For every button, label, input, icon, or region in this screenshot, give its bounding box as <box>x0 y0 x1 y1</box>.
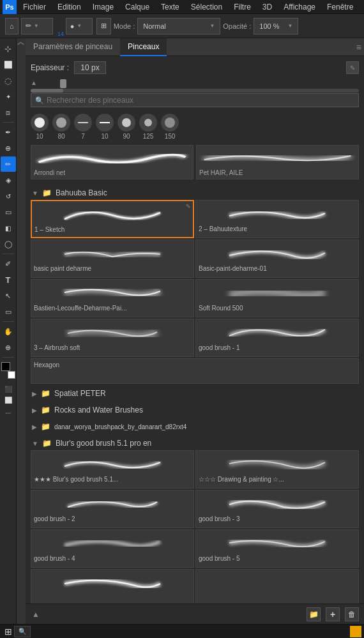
opacity-control[interactable]: 100 % ▼ <box>254 18 298 34</box>
tab-parametres[interactable]: Paramètres de pinceau <box>26 38 120 56</box>
brush-cell-good-3[interactable]: good brush - 3 <box>195 490 359 528</box>
group-header-rocks[interactable]: ▶ 📁 Rocks and Water Brushes <box>31 403 359 417</box>
group-header-danar[interactable]: ▶ 📁 danar_worya_brushpack_by_danarart_d8… <box>31 420 359 434</box>
stroke-bastien <box>34 282 191 303</box>
expand-icon-rocks: ▶ <box>32 407 37 414</box>
file-explorer-button[interactable] <box>350 626 361 637</box>
panel-content[interactable]: Epaisseur : 10 px ✎ ▲ 🔍 <box>26 56 364 604</box>
sketch-stroke-svg <box>34 204 190 224</box>
preset-2[interactable]: 80 <box>52 114 70 140</box>
tool-magic-wand[interactable]: ✦ <box>1 89 16 104</box>
brush-cell-good-1[interactable]: good brush - 1 <box>195 319 359 357</box>
tool-pen[interactable]: ✐ <box>1 256 16 271</box>
new-brush-button[interactable]: + <box>326 607 340 621</box>
color-selector[interactable] <box>1 362 16 379</box>
top-brush-1[interactable]: Arrondi net <box>31 145 193 179</box>
tool-gradient[interactable]: ◧ <box>1 220 16 236</box>
tool-text[interactable]: T <box>1 272 16 287</box>
tool-extra-1[interactable]: ⬛ <box>4 384 12 393</box>
panel-menu-button[interactable]: ≡ <box>356 42 361 52</box>
preset-5[interactable]: 90 <box>118 114 135 140</box>
tool-dodge[interactable]: ◯ <box>1 236 16 252</box>
tool-clone-stamp[interactable]: ◈ <box>1 172 16 188</box>
brush-cell-hexagon[interactable]: Hexagon <box>31 358 359 384</box>
taskbar-right <box>350 626 361 637</box>
new-folder-button[interactable]: 📁 <box>307 607 321 621</box>
scroll-up-button[interactable]: ▲ <box>31 607 41 621</box>
start-button[interactable]: ⊞ <box>3 626 14 637</box>
tool-brush[interactable]: ✏ <box>1 156 16 172</box>
brush-cell-good-4[interactable]: good brush - 4 <box>31 529 194 568</box>
tool-hand[interactable]: ✋ <box>1 324 16 339</box>
taskbar-search[interactable]: 🔍 <box>14 626 31 637</box>
menu-affichage[interactable]: Affichage <box>278 1 321 13</box>
tool-shape[interactable]: ▭ <box>1 304 16 319</box>
brush-cell-basic-paint-01[interactable]: Basic-paint-deharme-01 <box>195 239 359 278</box>
delete-brush-button[interactable]: 🗑 <box>345 607 359 621</box>
menu-filtre[interactable]: Filtre <box>229 1 256 13</box>
menu-3d[interactable]: 3D <box>257 1 277 13</box>
home-button[interactable]: ⌂ <box>5 18 19 34</box>
tool-crop[interactable]: ⧈ <box>1 105 16 120</box>
tool-eyedropper[interactable]: ✒ <box>1 125 16 140</box>
preset-7[interactable]: 150 <box>161 114 179 140</box>
menu-fenetre[interactable]: Fenêtre <box>322 1 358 13</box>
tool-dots[interactable]: ••• <box>5 407 10 416</box>
preset-stroke-7 <box>163 116 176 129</box>
menu-selection[interactable]: Sélection <box>186 1 227 13</box>
tool-extra-2[interactable]: ⬜ <box>4 395 12 404</box>
tool-zoom[interactable]: ⊕ <box>1 340 16 355</box>
foreground-color[interactable] <box>1 362 10 371</box>
blur-stars-stroke-svg <box>34 453 191 474</box>
brush-cell-good-5[interactable]: good brush - 5 <box>195 529 359 568</box>
menu-image[interactable]: Image <box>87 1 119 13</box>
brush-cell-bahuutexture[interactable]: 2 – Bahuutexture <box>195 200 359 238</box>
brush-cell-bastien[interactable]: Bastien-Lecouffe-Deharme-Pai... <box>31 279 194 317</box>
preset-1[interactable]: 10 <box>31 114 49 140</box>
stroke-good-4 <box>34 533 191 553</box>
tools-sidebar: ⊹ ⬜ ◌ ✦ ⧈ ✒ ⊕ ✏ ◈ ↺ ▭ ◧ ◯ ✐ T ↖ ▭ ✋ ⊕ ⬛ … <box>0 38 17 624</box>
search-row[interactable]: 🔍 <box>31 93 359 107</box>
tool-move[interactable]: ⊹ <box>1 41 16 56</box>
group-header-blur[interactable]: ▼ 📁 Blur's good brush 5.1 pro en <box>31 436 359 450</box>
edit-brush-button[interactable]: ✎ <box>346 61 359 74</box>
brush-cell-good-2[interactable]: good brush - 2 <box>31 490 194 528</box>
group-header-spatiat[interactable]: ▶ 📁 Spatiat PETER <box>31 386 359 400</box>
menu-edition[interactable]: Edition <box>52 1 86 13</box>
tool-eraser[interactable]: ▭ <box>1 204 16 220</box>
svg-point-0 <box>34 118 45 128</box>
menu-fichier[interactable]: Fichier <box>18 1 51 13</box>
mode-dropdown[interactable]: Normal ▼ <box>137 18 220 34</box>
thickness-value[interactable]: 10 px <box>74 61 106 74</box>
brush-size-dropdown[interactable]: ● ▼ <box>66 18 93 34</box>
brush-cell-drawing-painting[interactable]: ☆☆☆ Drawing & painting ☆... <box>195 450 359 489</box>
brush-cell-sketch[interactable]: ✎ 1 – Sketch <box>31 200 194 238</box>
preset-3[interactable]: 7 <box>74 114 92 140</box>
tool-marquee-rect[interactable]: ⬜ <box>1 57 16 72</box>
preset-6[interactable]: 125 <box>139 114 157 140</box>
brush-cell-bottom-2[interactable] <box>195 569 359 604</box>
panel-collapse-strip[interactable]: ❮ <box>17 38 26 624</box>
group-header-bahuuba[interactable]: ▼ 📁 Bahuuba Basic <box>31 186 359 200</box>
tab-pinceaux[interactable]: Pinceaux <box>120 38 167 56</box>
brush-cell-basic-paint[interactable]: basic paint deharme <box>31 239 194 278</box>
search-input[interactable] <box>47 96 354 105</box>
background-color[interactable] <box>8 371 15 379</box>
brush-icon: ✏ <box>26 22 31 30</box>
preset-4[interactable]: 10 <box>96 114 114 140</box>
tool-spot-heal[interactable]: ⊕ <box>1 141 16 156</box>
menu-texte[interactable]: Texte <box>156 1 185 13</box>
brush-cell-airbrush[interactable]: 3 – Airbrush soft <box>31 319 194 357</box>
brush-type-dropdown[interactable]: ✏ ▼ 14 <box>21 18 53 34</box>
menu-calque[interactable]: Calque <box>120 1 155 13</box>
top-brush-2[interactable]: Pet HAIR, AILE <box>196 145 359 179</box>
brush-cell-blur-stars[interactable]: ★★★ Blur's good brush 5.1... <box>31 450 194 489</box>
brush-cell-bottom-1[interactable] <box>31 569 194 604</box>
tool-history-brush[interactable]: ↺ <box>1 188 16 204</box>
brush-cell-soft-round[interactable]: Soft Round 500 <box>195 279 359 317</box>
tool-lasso[interactable]: ◌ <box>1 73 16 88</box>
tool-path-select[interactable]: ↖ <box>1 288 16 303</box>
slider-thumb[interactable] <box>60 79 66 88</box>
brush-settings-button[interactable]: ⊞ <box>96 18 111 34</box>
thickness-slider[interactable]: ▲ <box>31 79 359 88</box>
